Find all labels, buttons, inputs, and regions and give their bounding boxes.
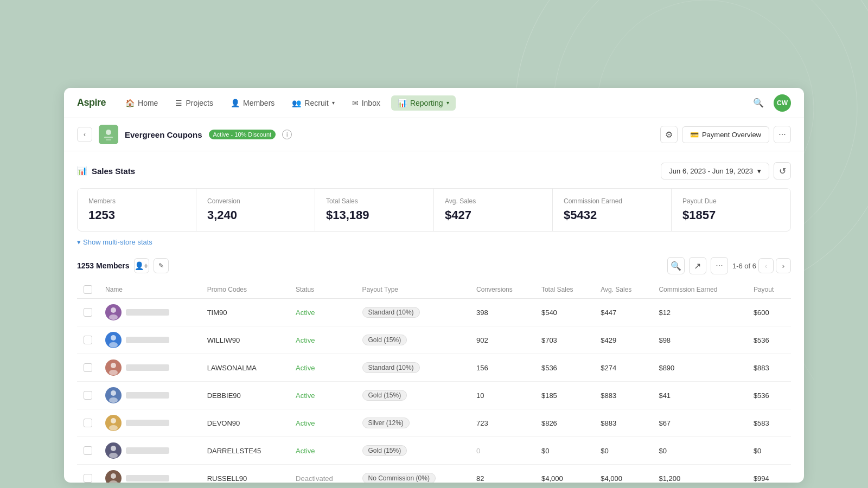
stats-title: 📊 Sales Stats [77,166,135,176]
payout-cell: $536 [747,382,791,409]
payout-badge: Gold (15%) [362,335,407,345]
svg-rect-5 [104,137,113,138]
row-checkbox[interactable] [84,363,92,372]
nav-item-projects[interactable]: ☰ Projects [169,95,220,111]
svg-point-8 [109,314,118,320]
svg-point-20 [109,480,118,483]
stat-conversion-label: Conversion [207,197,304,205]
promo-code: DEBBIE90 [201,382,289,409]
table-search-button[interactable]: 🔍 [667,257,685,274]
row-checkbox[interactable] [84,308,92,317]
more-options-button[interactable]: ··· [774,126,791,143]
svg-point-7 [111,307,116,313]
promo-code: LAWSONALMA [201,354,289,382]
nav-label-projects: Projects [186,99,213,107]
nav-item-home[interactable]: 🏠 Home [119,95,164,111]
col-conversions: Conversions [470,281,535,299]
table-more-button[interactable]: ··· [711,257,728,274]
nav-item-members[interactable]: 👤 Members [224,95,281,111]
payout-type-cell: Gold (15%) [356,382,470,409]
campaign-info-icon[interactable]: i [282,130,292,139]
campaign-status-badge: Active - 10% Discount [209,130,276,139]
commission-cell: $0 [652,437,746,465]
nav-label-inbox: Inbox [362,99,380,107]
promo-code: WILLIW90 [201,326,289,354]
payout-type-cell: Standard (10%) [356,299,470,326]
row-checkbox[interactable] [84,419,92,427]
table-title: 1253 Members [77,261,130,270]
member-avatar [105,304,122,320]
conversions-value: 156 [476,364,488,372]
stat-members-value: 1253 [88,208,185,222]
member-cell [105,332,194,348]
stat-members: Members 1253 [78,189,196,231]
table-row: LAWSONALMA Active Standard (10%) 156 $53… [77,354,791,382]
campaign-header: ‹ Evergreen Coupons Active - 10% Discoun… [64,118,804,151]
total-sales-cell: $826 [535,409,594,437]
edit-columns-button[interactable]: ✎ [154,258,169,273]
nav-item-inbox[interactable]: ✉ Inbox [346,95,387,111]
payout-badge: Standard (10%) [362,307,420,318]
navigation: Aspire 🏠 Home ☰ Projects 👤 Members 👥 Rec… [64,88,804,118]
row-checkbox[interactable] [84,474,92,483]
select-all-checkbox[interactable] [84,285,92,294]
avg-sales-cell: $447 [594,299,652,326]
table-share-button[interactable]: ↗ [689,257,706,274]
payout-badge: Gold (15%) [362,445,407,456]
status-cell: Active [289,354,355,382]
svg-point-4 [106,130,111,135]
member-cell [105,442,194,459]
stat-members-label: Members [88,197,185,205]
payment-overview-label: Payment Overview [702,131,761,139]
row-checkbox[interactable] [84,446,92,455]
status-cell: Active [289,382,355,409]
status-cell: Active [289,409,355,437]
svg-point-9 [111,335,116,341]
show-multi-store-button[interactable]: ▾ Show multi-store stats [77,238,791,246]
pagination: 1-6 of 6 ‹ › [732,258,791,273]
total-sales-cell: $536 [535,354,594,382]
svg-point-17 [111,446,116,451]
projects-icon: ☰ [175,99,182,107]
stat-payout-due: Payout Due $1857 [672,189,790,231]
campaign-name: Evergreen Coupons [125,130,202,139]
table-row: DEVON90 Active Silver (12%) 723 $826 $88… [77,409,791,437]
status-cell: Deactivated [289,465,355,483]
row-checkbox[interactable] [84,391,92,400]
prev-page-button[interactable]: ‹ [758,258,774,273]
payment-overview-button[interactable]: 💳 Payment Overview [682,126,769,143]
member-name [126,309,169,316]
svg-point-19 [111,473,116,479]
member-avatar [105,415,122,431]
next-page-button[interactable]: › [776,258,791,273]
refresh-button[interactable]: ↺ [774,162,791,179]
nav-item-reporting[interactable]: 📊 Reporting ▾ [391,95,456,111]
user-avatar[interactable]: CW [774,94,791,112]
payout-cell: $883 [747,354,791,382]
settings-button[interactable]: ⚙ [660,126,678,143]
status-cell: Active [289,299,355,326]
commission-cell: $890 [652,354,746,382]
reporting-chevron-icon: ▾ [446,100,449,106]
promo-code: TIM90 [201,299,289,326]
avg-sales-cell: $429 [594,326,652,354]
search-button[interactable]: 🔍 [750,94,767,112]
campaign-header-actions: ⚙ 💳 Payment Overview ··· [660,126,791,143]
promo-code: DEVON90 [201,409,289,437]
stat-total-sales: Total Sales $13,189 [315,189,434,231]
row-checkbox[interactable] [84,336,92,344]
avg-sales-cell: $883 [594,409,652,437]
status-cell: Active [289,437,355,465]
campaign-thumbnail [99,125,118,144]
nav-label-members: Members [243,99,275,107]
stat-total-sales-label: Total Sales [326,197,423,205]
table-actions: 🔍 ↗ ··· 1-6 of 6 ‹ › [667,257,791,274]
nav-item-recruit[interactable]: 👥 Recruit ▾ [285,95,341,111]
payment-icon: 💳 [690,131,699,139]
payout-type-cell: No Commission (0%) [356,465,470,483]
back-button[interactable]: ‹ [77,127,92,142]
payout-type-cell: Gold (15%) [356,437,470,465]
add-member-button[interactable]: 👤+ [134,258,149,273]
conversions-cell: 156 [470,354,535,382]
date-range-button[interactable]: Jun 6, 2023 - Jun 19, 2023 ▾ [661,163,769,179]
